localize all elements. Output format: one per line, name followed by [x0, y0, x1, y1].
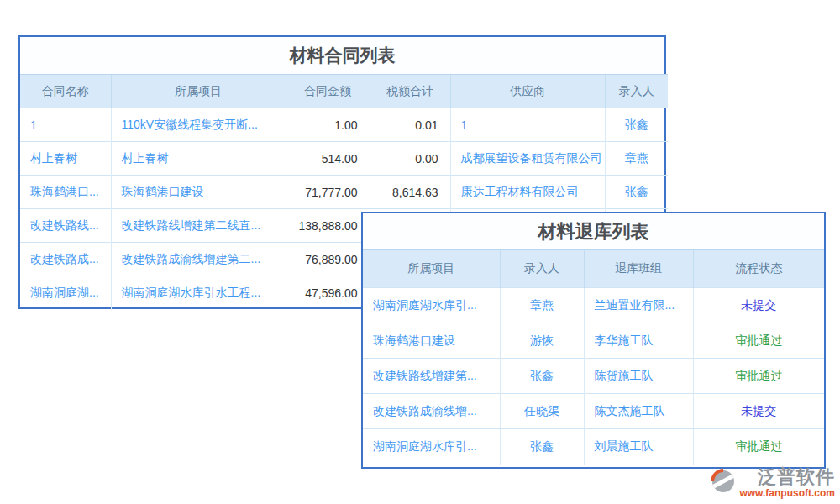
contract-amount-value: 138,888.00	[286, 209, 370, 243]
return-team-link[interactable]: 兰迪置业有限...	[584, 288, 693, 323]
contract-name-link[interactable]: 村上春树	[20, 142, 111, 176]
table-row: 村上春树 村上春树 514.00 0.00 成都展望设备租赁有限公司 章燕	[20, 142, 668, 176]
return-team-link[interactable]: 陈文杰施工队	[584, 394, 693, 429]
workflow-status-badge: 审批通过	[693, 429, 824, 465]
workflow-status-badge: 审批通过	[693, 359, 824, 394]
table-row: 改建铁路成渝线增... 任晓渠 陈文杰施工队 未提交	[363, 394, 824, 429]
col-header-supplier: 供应商	[450, 75, 605, 108]
contract-amount-value: 514.00	[286, 142, 370, 176]
tax-total-value: 8,614.63	[370, 176, 450, 209]
table-row: 湖南洞庭湖水库引... 章燕 兰迪置业有限... 未提交	[363, 288, 824, 323]
project-link[interactable]: 湖南洞庭湖水库引...	[363, 429, 500, 465]
material-return-list-panel: 材料退库列表 所属项目 录入人 退库班组 流程状态 湖南洞庭湖水库引... 章燕…	[361, 212, 826, 469]
col-header-entered-by: 录入人	[605, 75, 668, 108]
watermark: 泛普软件 www.fanpusoft.com	[711, 467, 835, 499]
project-link[interactable]: 珠海鹤港口建设	[363, 323, 500, 359]
contract-name-link[interactable]: 湖南洞庭湖...	[20, 276, 111, 310]
entered-by-link[interactable]: 张鑫	[500, 359, 584, 394]
tax-total-value: 0.00	[370, 142, 450, 176]
table-row: 湖南洞庭湖水库引... 张鑫 刘晨施工队 审批通过	[363, 429, 824, 465]
table-row: 1 110kV安徽线程集变开断... 1.00 0.01 1 张鑫	[20, 108, 668, 142]
watermark-brand-text: 泛普软件	[758, 467, 835, 487]
project-link[interactable]: 改建铁路线增建第...	[363, 359, 500, 394]
entered-by-link[interactable]: 章燕	[500, 288, 584, 323]
contract-amount-value: 76,889.00	[286, 243, 370, 276]
project-link[interactable]: 改建铁路成渝线增建第二...	[111, 243, 286, 276]
workflow-status-badge: 未提交	[693, 288, 824, 323]
workflow-status-badge: 未提交	[693, 394, 824, 429]
col-header-contract-name: 合同名称	[20, 75, 111, 108]
col-header-project: 所属项目	[111, 75, 286, 108]
contract-name-link[interactable]: 改建铁路成...	[20, 243, 111, 276]
entered-by-link[interactable]: 张鑫	[500, 429, 584, 465]
project-link[interactable]: 改建铁路线增建第二线直...	[111, 209, 286, 243]
project-link[interactable]: 村上春树	[111, 142, 286, 176]
entered-by-link[interactable]: 游恢	[500, 323, 584, 359]
contract-name-link[interactable]: 改建铁路线...	[20, 209, 111, 243]
return-list-title: 材料退库列表	[363, 213, 824, 249]
return-team-link[interactable]: 刘晨施工队	[584, 429, 693, 465]
return-team-link[interactable]: 陈贺施工队	[584, 359, 693, 394]
project-link[interactable]: 湖南洞庭湖水库引水工程...	[111, 276, 286, 310]
col-header-project: 所属项目	[363, 250, 500, 288]
contract-list-title: 材料合同列表	[20, 37, 664, 74]
supplier-link[interactable]: 康达工程材料有限公司	[450, 176, 605, 209]
project-link[interactable]: 湖南洞庭湖水库引...	[363, 288, 500, 323]
table-row: 改建铁路线增建第... 张鑫 陈贺施工队 审批通过	[363, 359, 824, 394]
contract-table-header-row: 合同名称 所属项目 合同金额 税额合计 供应商 录入人	[20, 75, 668, 108]
return-team-link[interactable]: 李华施工队	[584, 323, 693, 359]
table-row: 珠海鹤港口... 珠海鹤港口建设 71,777.00 8,614.63 康达工程…	[20, 176, 668, 209]
col-header-tax-total: 税额合计	[370, 75, 450, 108]
col-header-workflow-status: 流程状态	[693, 250, 824, 288]
col-header-return-team: 退库班组	[584, 250, 693, 288]
fanpu-logo-icon	[711, 469, 736, 494]
entered-by-link[interactable]: 任晓渠	[500, 394, 584, 429]
supplier-link[interactable]: 成都展望设备租赁有限公司	[450, 142, 605, 176]
entered-by-link[interactable]: 张鑫	[605, 176, 668, 209]
watermark-url-text: www.fanpusoft.com	[739, 487, 835, 499]
col-header-amount: 合同金额	[286, 75, 370, 108]
project-link[interactable]: 珠海鹤港口建设	[111, 176, 286, 209]
project-link[interactable]: 110kV安徽线程集变开断...	[111, 108, 286, 142]
contract-amount-value: 71,777.00	[286, 176, 370, 209]
entered-by-link[interactable]: 章燕	[605, 142, 668, 176]
tax-total-value: 0.01	[370, 108, 450, 142]
project-link[interactable]: 改建铁路成渝线增...	[363, 394, 500, 429]
return-table-header-row: 所属项目 录入人 退库班组 流程状态	[363, 250, 824, 288]
contract-amount-value: 1.00	[286, 108, 370, 142]
col-header-entered-by: 录入人	[500, 250, 584, 288]
return-table: 所属项目 录入人 退库班组 流程状态 湖南洞庭湖水库引... 章燕 兰迪置业有限…	[363, 249, 824, 465]
supplier-link[interactable]: 1	[450, 108, 605, 142]
table-row: 珠海鹤港口建设 游恢 李华施工队 审批通过	[363, 323, 824, 359]
entered-by-link[interactable]: 张鑫	[605, 108, 668, 142]
contract-name-link[interactable]: 珠海鹤港口...	[20, 176, 111, 209]
workflow-status-badge: 审批通过	[693, 323, 824, 359]
contract-amount-value: 47,596.00	[286, 276, 370, 310]
contract-name-link[interactable]: 1	[20, 108, 111, 142]
